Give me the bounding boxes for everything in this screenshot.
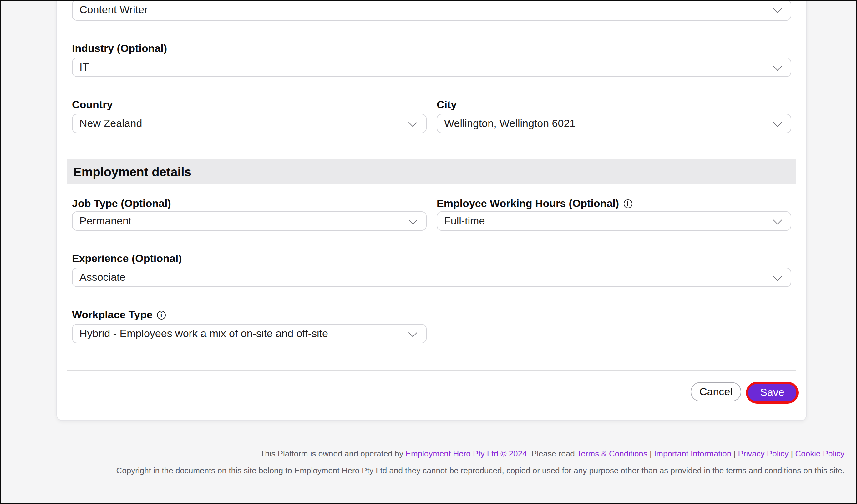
workplace-type-label: Workplace Type i — [72, 309, 166, 321]
footer-link-terms-conditions[interactable]: Terms & Conditions — [577, 449, 647, 458]
job-type-value: Permanent — [80, 215, 131, 227]
screenshot-viewport: Content Writer Industry (Optional) IT Co… — [0, 0, 857, 504]
workplace-type-value: Hybrid - Employees work a mix of on-site… — [80, 327, 328, 340]
working-hours-label-text: Employee Working Hours (Optional) — [437, 197, 619, 210]
country-select[interactable]: New Zealand — [72, 114, 426, 133]
footer-link-privacy-policy[interactable]: Privacy Policy — [738, 449, 789, 458]
job-type-select[interactable]: Permanent — [72, 211, 426, 231]
experience-select[interactable]: Associate — [72, 267, 791, 287]
city-value: Wellington, Wellington 6021 — [444, 117, 575, 130]
job-title-select[interactable]: Content Writer — [72, 0, 791, 21]
page: Content Writer Industry (Optional) IT Co… — [0, 0, 857, 504]
footer-link-cookie-policy[interactable]: Cookie Policy — [795, 449, 844, 458]
country-value: New Zealand — [80, 117, 142, 130]
footer-separator: | — [648, 449, 654, 458]
workplace-type-select[interactable]: Hybrid - Employees work a mix of on-site… — [72, 324, 426, 343]
chevron-down-icon — [408, 328, 417, 337]
footer-text: This Platform is owned and operated by — [260, 449, 405, 458]
form-divider — [67, 370, 796, 371]
experience-label: Experience (Optional) — [72, 253, 182, 265]
country-label: Country — [72, 99, 113, 111]
chevron-down-icon — [773, 118, 782, 127]
industry-select[interactable]: IT — [72, 57, 791, 77]
job-title-value: Content Writer — [80, 4, 148, 16]
footer-line-1: This Platform is owned and operated by E… — [260, 449, 844, 458]
info-icon[interactable]: i — [157, 311, 166, 319]
experience-value: Associate — [80, 271, 125, 283]
section-title: Employment details — [73, 165, 191, 179]
footer-link-employment-hero[interactable]: Employment Hero Pty Ltd © 2024 — [406, 449, 527, 458]
industry-label: Industry (Optional) — [72, 42, 167, 55]
save-button[interactable]: Save — [748, 384, 796, 401]
industry-value: IT — [80, 61, 89, 73]
chevron-down-icon — [408, 118, 417, 127]
city-label: City — [437, 99, 457, 111]
chevron-down-icon — [773, 62, 782, 70]
chevron-down-icon — [773, 272, 782, 280]
chevron-down-icon — [773, 4, 782, 13]
workplace-type-label-text: Workplace Type — [72, 309, 153, 321]
city-select[interactable]: Wellington, Wellington 6021 — [437, 114, 791, 133]
footer-separator: | — [789, 449, 795, 458]
chevron-down-icon — [408, 215, 417, 224]
cancel-button[interactable]: Cancel — [691, 382, 741, 401]
footer-separator: | — [731, 449, 738, 458]
working-hours-label: Employee Working Hours (Optional) i — [437, 197, 632, 210]
info-icon[interactable]: i — [623, 199, 632, 208]
working-hours-select[interactable]: Full-time — [437, 211, 791, 231]
working-hours-value: Full-time — [444, 215, 485, 227]
footer-line-2: Copyright in the documents on this site … — [116, 466, 844, 475]
footer-link-important-information[interactable]: Important Information — [654, 449, 731, 458]
section-header-employment-details: Employment details — [67, 159, 796, 185]
footer-text: . Please read — [527, 449, 577, 458]
chevron-down-icon — [773, 215, 782, 224]
job-type-label: Job Type (Optional) — [72, 197, 171, 210]
